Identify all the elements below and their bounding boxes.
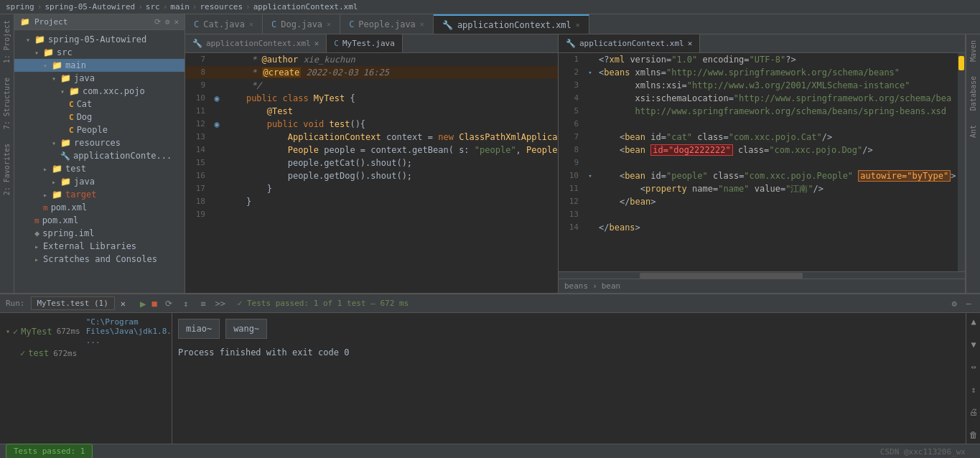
run-panel-header: Run: MyTest.test (1) ✕ ▶ ■ ⟳ ↕ ≡ >> ✓ Te…	[0, 294, 980, 313]
xml-icon: 🔧	[192, 39, 202, 48]
close-tab-icon[interactable]: ✕	[420, 20, 424, 28]
close-sidebar-icon[interactable]: ✕	[174, 17, 179, 27]
arrow-icon	[26, 36, 30, 44]
left-tab-mytest[interactable]: C MyTest.java	[327, 34, 402, 52]
tree-item-dog[interactable]: C Dog	[14, 111, 185, 123]
folder-icon: 📁	[69, 86, 80, 96]
breadcrumb-resources[interactable]: resources	[200, 2, 243, 11]
close-tab-icon[interactable]: ✕	[249, 20, 253, 28]
breadcrumb-spring[interactable]: spring	[6, 2, 34, 11]
vtab-favorites[interactable]: 2: Favorites	[3, 144, 11, 195]
vtab-structure[interactable]: 7: Structure	[3, 78, 11, 129]
close-run-tab-icon[interactable]: ✕	[121, 299, 126, 309]
delete-icon[interactable]: 🗑	[968, 429, 979, 441]
tree-item-target[interactable]: 📁 target	[14, 188, 185, 201]
tree-item-people[interactable]: C People	[14, 123, 185, 136]
maven-icon: m	[43, 203, 48, 212]
tree-label: applicationConte...	[73, 151, 172, 161]
tree-item-resources[interactable]: 📁 resources	[14, 136, 185, 149]
code-line: 13	[559, 208, 965, 221]
vtab-database[interactable]: Database	[969, 76, 977, 111]
code-line: 8 <bean id="dog2222222" class="com.xxc.p…	[559, 144, 965, 156]
run-button[interactable]: ▶	[140, 298, 146, 309]
tree-item-springiml[interactable]: ◆ spring.iml	[14, 227, 185, 240]
right-vtabs: Maven Database Ant	[966, 34, 980, 293]
run-scroll-buttons: ▲ ▼ ⇔ ⇕ 🖨 🗑	[966, 313, 980, 444]
sort-icon[interactable]: ↕	[180, 298, 192, 309]
code-line: 17 }	[185, 182, 558, 195]
run-item-test[interactable]: ✓ test 672ms	[0, 347, 172, 360]
check-icon: ✓	[13, 327, 18, 337]
tree-item-java2[interactable]: 📁 java	[14, 175, 185, 188]
tab-label: People.java	[358, 19, 415, 29]
breadcrumb-src[interactable]: src	[146, 2, 160, 11]
tree-item-pojo[interactable]: 📁 com.xxc.pojo	[14, 85, 185, 98]
editor-area: C Cat.java ✕ C Dog.java ✕ C People.java …	[185, 14, 980, 293]
tests-passed-text: Tests passed: 1	[14, 447, 85, 456]
expand-icon[interactable]: ≡	[197, 298, 209, 309]
more-icon[interactable]: >>	[215, 298, 226, 309]
code-line: 7 * @author xie_kuchun	[185, 53, 558, 66]
close-tab-icon[interactable]: ✕	[327, 20, 331, 28]
folder-icon: 📁	[52, 164, 62, 174]
tree-label: Dog	[77, 112, 93, 122]
rerun-icon[interactable]: ⟳	[163, 298, 174, 309]
tree-item-cat[interactable]: C Cat	[14, 98, 185, 111]
java-file-icon: C	[69, 100, 74, 109]
breadcrumb-main[interactable]: main	[170, 2, 190, 11]
xml-breadcrumb: beans › bean	[559, 279, 965, 293]
run-tab[interactable]: MyTest.test (1)	[31, 296, 115, 310]
tree-item-scratches[interactable]: Scratches and Consoles	[14, 253, 185, 266]
right-tab-appcontext[interactable]: 🔧 applicationContext.xml ✕	[559, 34, 700, 52]
tree-label: Cat	[77, 99, 93, 109]
close-tab-icon[interactable]: ✕	[688, 39, 693, 48]
settings-icon[interactable]: ⚙	[948, 298, 960, 309]
vtab-ant[interactable]: Ant	[969, 125, 977, 138]
tree-item-spring05[interactable]: 📁 spring-05-Autowired	[14, 33, 185, 46]
sync-icon[interactable]: ⟳	[154, 17, 161, 27]
arrow-icon	[52, 178, 56, 186]
tree-item-appcontext[interactable]: 🔧 applicationConte...	[14, 149, 185, 162]
tree-item-pom2[interactable]: m pom.xml	[14, 214, 185, 227]
tree-item-main[interactable]: 📁 main	[14, 59, 185, 72]
run-test-label: test	[28, 348, 49, 358]
left-code-editor[interactable]: 7 * @author xie_kuchun 8 * @create 2022-…	[185, 53, 558, 293]
vtab-project[interactable]: 1: Project	[3, 20, 11, 63]
code-line: 14 People people = context.getBean( s: "…	[185, 144, 558, 156]
breadcrumb-project[interactable]: spring-05-Autowired	[45, 2, 135, 11]
close-tab-icon[interactable]: ✕	[314, 39, 319, 48]
java-icon: C	[194, 19, 199, 29]
scroll-down-icon[interactable]: ▼	[968, 339, 979, 350]
tab-appcontext[interactable]: 🔧 applicationContext.xml ✕	[434, 14, 589, 34]
run-mytest-time: 672ms	[57, 327, 80, 336]
tree-item-pom[interactable]: m pom.xml	[14, 201, 185, 214]
print-icon[interactable]: 🖨	[968, 406, 979, 418]
vtab-maven[interactable]: Maven	[969, 40, 977, 62]
tree-item-extlibs[interactable]: External Libraries	[14, 240, 185, 253]
run-item-mytest[interactable]: ▾ ✓ MyTest 672ms "C:\Program Files\Java\…	[0, 316, 172, 347]
tab-people[interactable]: C People.java ✕	[340, 14, 434, 34]
arrow-icon	[34, 49, 39, 57]
left-tab-appcontext[interactable]: 🔧 applicationContext.xml ✕	[185, 34, 327, 52]
tree-item-java[interactable]: 📁 java	[14, 72, 185, 85]
scroll-wrap2-icon[interactable]: ⇕	[968, 384, 979, 396]
scroll-up-icon[interactable]: ▲	[968, 316, 979, 327]
tree-item-src[interactable]: 📁 src	[14, 46, 185, 59]
gear-icon[interactable]: ⚙	[165, 17, 170, 27]
output-wang: wang~	[225, 319, 267, 339]
close-tab-icon[interactable]: ✕	[576, 21, 580, 29]
breadcrumb-file[interactable]: applicationContext.xml	[253, 2, 358, 11]
minimize-icon[interactable]: —	[963, 298, 974, 309]
right-editor-tab-bar: 🔧 applicationContext.xml ✕	[559, 34, 965, 53]
tab-cat[interactable]: C Cat.java ✕	[185, 14, 263, 34]
tree-label: External Libraries	[43, 241, 136, 251]
tree-item-test[interactable]: 📁 test	[14, 162, 185, 175]
java-file-icon: C	[69, 126, 74, 135]
tree-label: Scratches and Consoles	[43, 254, 157, 264]
folder-icon: 📁	[52, 190, 62, 200]
stop-button[interactable]: ■	[152, 299, 157, 309]
tab-dog[interactable]: C Dog.java ✕	[263, 14, 340, 34]
scroll-wrap-icon[interactable]: ⇔	[968, 361, 979, 373]
tab-label: applicationContext.xml	[457, 20, 571, 30]
right-code-editor[interactable]: 1 <?xml version="1.0" encoding="UTF-8"?>…	[559, 53, 965, 271]
